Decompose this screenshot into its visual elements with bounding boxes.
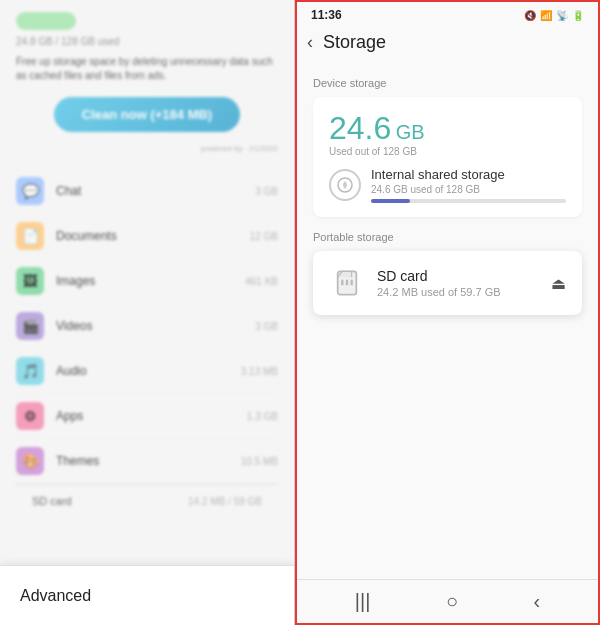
device-storage-size-row: 24.6 GB xyxy=(329,111,566,146)
device-storage-section-label: Device storage xyxy=(313,77,582,89)
internal-storage-icon xyxy=(329,169,361,201)
list-item[interactable]: 🎨 Themes 10.5 MB xyxy=(16,439,278,484)
powered-text: powered by · 21/2020 xyxy=(16,144,278,153)
storage-bar-wrap xyxy=(16,12,278,30)
nav-recent-button[interactable]: ||| xyxy=(355,590,371,613)
device-storage-unit: GB xyxy=(396,121,425,143)
chat-icon: 💬 xyxy=(16,177,44,205)
audio-size: 3.13 MB xyxy=(241,366,278,377)
apps-label: Apps xyxy=(56,409,247,423)
status-bar: 11:36 🔇 📶 📡 🔋 xyxy=(297,2,598,26)
internal-storage-name: Internal shared storage xyxy=(371,167,566,182)
free-up-text: Free up storage space by deleting unnece… xyxy=(16,55,278,83)
apps-size: 1.3 GB xyxy=(247,411,278,422)
sd-card-info: SD card 24.2 MB used of 59.7 GB xyxy=(377,268,539,298)
left-panel: 24.8 GB / 128 GB used Free up storage sp… xyxy=(0,0,295,625)
svg-rect-4 xyxy=(351,280,353,286)
clean-now-button[interactable]: Clean now (+184 MB) xyxy=(54,97,240,132)
internal-storage-info: Internal shared storage 24.6 GB used of … xyxy=(371,167,566,203)
sd-card-label: SD card xyxy=(32,495,188,507)
wifi-icon: 📶 xyxy=(540,10,552,21)
images-icon: 🖼 xyxy=(16,267,44,295)
themes-size: 10.5 MB xyxy=(241,456,278,467)
portable-storage-label: Portable storage xyxy=(313,231,582,243)
documents-label: Documents xyxy=(56,229,250,243)
internal-storage-row[interactable]: Internal shared storage 24.6 GB used of … xyxy=(329,167,566,203)
videos-icon: 🎬 xyxy=(16,312,44,340)
list-item[interactable]: ⚙ Apps 1.3 GB xyxy=(16,394,278,439)
sd-card-row[interactable]: SD card 14.2 MB / 59 GB xyxy=(16,484,278,517)
chat-size: 3 GB xyxy=(255,186,278,197)
battery-icon: 🔋 xyxy=(572,10,584,21)
storage-info-text: 24.8 GB / 128 GB used xyxy=(16,36,278,47)
progress-bar-fill xyxy=(371,199,410,203)
audio-label: Audio xyxy=(56,364,241,378)
device-storage-size: 24.6 xyxy=(329,110,391,146)
sd-card-icon-wrap xyxy=(329,265,365,301)
images-label: Images xyxy=(56,274,245,288)
mute-icon: 🔇 xyxy=(524,10,536,21)
apps-icon: ⚙ xyxy=(16,402,44,430)
sd-card-box[interactable]: SD card 24.2 MB used of 59.7 GB ⏏ xyxy=(313,251,582,315)
sd-card-detail: 24.2 MB used of 59.7 GB xyxy=(377,286,539,298)
images-size: 461 KB xyxy=(245,276,278,287)
eject-button[interactable]: ⏏ xyxy=(551,274,566,293)
device-storage-used: Used out of 128 GB xyxy=(329,146,566,157)
chat-label: Chat xyxy=(56,184,255,198)
back-button[interactable]: ‹ xyxy=(307,32,313,53)
signal-icon: 📡 xyxy=(556,10,568,21)
bottom-nav: ||| ○ ‹ xyxy=(297,579,598,623)
storage-list: 💬 Chat 3 GB 📄 Documents 12 GB 🖼 Images 4… xyxy=(16,169,278,484)
right-panel: 11:36 🔇 📶 📡 🔋 ‹ Storage Device storage 2… xyxy=(295,0,600,625)
list-item[interactable]: 🖼 Images 461 KB xyxy=(16,259,278,304)
nav-home-button[interactable]: ○ xyxy=(446,590,458,613)
themes-icon: 🎨 xyxy=(16,447,44,475)
storage-bar xyxy=(16,12,76,30)
videos-label: Videos xyxy=(56,319,255,333)
sd-card-size: 14.2 MB / 59 GB xyxy=(188,496,262,507)
svg-rect-3 xyxy=(346,280,348,286)
progress-bar-wrap xyxy=(371,199,566,203)
list-item[interactable]: 🎬 Videos 3 GB xyxy=(16,304,278,349)
list-item[interactable]: 💬 Chat 3 GB xyxy=(16,169,278,214)
internal-storage-sub: 24.6 GB used of 128 GB xyxy=(371,184,566,195)
status-icons: 🔇 📶 📡 🔋 xyxy=(524,10,584,21)
svg-rect-2 xyxy=(341,280,343,286)
list-item[interactable]: 📄 Documents 12 GB xyxy=(16,214,278,259)
advanced-bar[interactable]: Advanced xyxy=(0,565,294,625)
videos-size: 3 GB xyxy=(255,321,278,332)
status-time: 11:36 xyxy=(311,8,342,22)
device-storage-box: 24.6 GB Used out of 128 GB Internal shar… xyxy=(313,97,582,217)
top-nav: ‹ Storage xyxy=(297,26,598,63)
sd-card-icon xyxy=(333,269,361,297)
nav-back-button[interactable]: ‹ xyxy=(534,590,541,613)
sd-card-name: SD card xyxy=(377,268,539,284)
documents-icon: 📄 xyxy=(16,222,44,250)
list-item[interactable]: 🎵 Audio 3.13 MB xyxy=(16,349,278,394)
themes-label: Themes xyxy=(56,454,241,468)
documents-size: 12 GB xyxy=(250,231,278,242)
blurred-content: 24.8 GB / 128 GB used Free up storage sp… xyxy=(0,0,294,625)
storage-content: Device storage 24.6 GB Used out of 128 G… xyxy=(297,63,598,579)
page-title: Storage xyxy=(323,32,386,53)
audio-icon: 🎵 xyxy=(16,357,44,385)
advanced-label: Advanced xyxy=(20,587,91,605)
